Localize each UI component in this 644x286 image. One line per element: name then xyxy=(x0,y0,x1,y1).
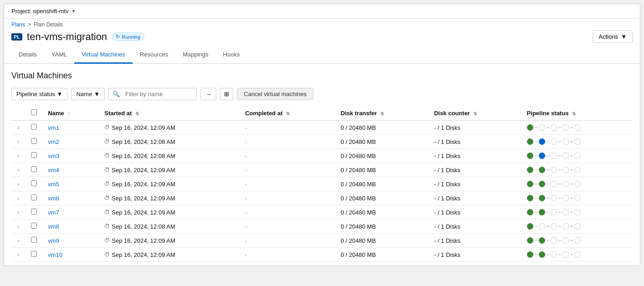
vm-name[interactable]: vm3 xyxy=(48,153,59,159)
row-checkbox[interactable] xyxy=(31,251,37,257)
table-row: ›vm3⏱Sep 16, 2024, 12:08 AM-0 / 20480 MB… xyxy=(11,149,633,163)
vm-name[interactable]: vm5 xyxy=(48,181,59,188)
pipeline-dot xyxy=(562,251,569,258)
dot-connector xyxy=(547,184,549,184)
vm-name[interactable]: vm4 xyxy=(48,167,59,174)
row-checkbox[interactable] xyxy=(31,124,37,130)
tab-resources[interactable]: Resources xyxy=(133,46,175,64)
row-expand-button[interactable]: › xyxy=(17,251,20,258)
pipeline-dot xyxy=(527,209,533,215)
row-checkbox[interactable] xyxy=(31,180,37,186)
row-checkbox[interactable] xyxy=(31,223,37,229)
completed-at-sort-icon: ⇅ xyxy=(286,111,290,116)
breadcrumb-plans-link[interactable]: Plans xyxy=(11,21,25,28)
dot-connector xyxy=(558,184,561,184)
pipeline-status-cell xyxy=(527,237,627,244)
vm-name[interactable]: vm2 xyxy=(48,138,59,145)
project-bar: Project: openshift-mtv ▼ xyxy=(4,4,640,19)
col-disk-transfer-header[interactable]: Disk transfer ⇅ xyxy=(335,106,429,121)
row-expand-button[interactable]: › xyxy=(17,138,20,145)
dot-connector xyxy=(535,127,537,128)
dot-connector xyxy=(570,184,573,184)
dot-connector xyxy=(535,141,537,142)
pipeline-status-filter[interactable]: Pipeline status ▼ xyxy=(11,88,67,100)
col-disk-counter-header[interactable]: Disk counter ⇅ xyxy=(429,106,521,121)
pipeline-dot xyxy=(562,167,569,173)
col-completed-at-header[interactable]: Completed at ⇅ xyxy=(240,106,335,121)
row-checkbox[interactable] xyxy=(31,152,37,158)
pipeline-dot xyxy=(551,209,557,215)
search-input[interactable] xyxy=(123,88,196,100)
started-at-cell: ⏱Sep 16, 2024, 12:09 AM xyxy=(104,251,234,258)
tab-mappings[interactable]: Mappings xyxy=(175,46,215,64)
row-checkbox[interactable] xyxy=(31,194,37,200)
col-name-header[interactable]: Name ↑ xyxy=(42,106,99,121)
row-checkbox[interactable] xyxy=(31,166,37,172)
row-expand-button[interactable]: › xyxy=(17,223,20,230)
started-at-cell: ⏱Sep 16, 2024, 12:09 AM xyxy=(104,181,234,188)
select-all-checkbox[interactable] xyxy=(31,109,37,115)
table-row: ›vm10⏱Sep 16, 2024, 12:09 AM-0 / 20480 M… xyxy=(11,248,633,262)
pipeline-dot xyxy=(562,209,569,215)
pipeline-dot xyxy=(551,167,557,173)
vm-name[interactable]: vm10 xyxy=(48,251,62,258)
pipeline-status-label: Pipeline status xyxy=(16,91,55,97)
row-expand-button[interactable]: › xyxy=(17,237,20,244)
row-expand-button[interactable]: › xyxy=(17,153,20,159)
pipeline-status-sort-icon: ⇅ xyxy=(572,111,576,116)
pipeline-dot xyxy=(574,251,581,258)
vm-name[interactable]: vm6 xyxy=(48,195,59,202)
dot-connector xyxy=(570,254,573,255)
disk-counter-cell: - / 1 Disks xyxy=(434,138,460,145)
tab-yaml[interactable]: YAML xyxy=(44,46,74,64)
status-label: Running xyxy=(122,34,140,40)
name-filter-caret-icon: ▼ xyxy=(94,91,100,97)
row-expand-button[interactable]: › xyxy=(17,181,20,188)
row-expand-button[interactable]: › xyxy=(17,167,20,174)
row-expand-button[interactable]: › xyxy=(17,124,20,131)
vm-name[interactable]: vm1 xyxy=(48,124,59,131)
pipeline-dot xyxy=(551,237,557,244)
pipeline-dot xyxy=(574,223,581,230)
search-wrap: 🔍 xyxy=(108,88,197,100)
clock-icon: ⏱ xyxy=(104,195,110,201)
grid-view-button[interactable]: ⊞ xyxy=(220,88,233,100)
col-pipeline-status-header[interactable]: Pipeline status ⇅ xyxy=(521,106,633,121)
dot-connector xyxy=(558,155,561,156)
completed-at-cell: - xyxy=(245,251,247,258)
row-checkbox[interactable] xyxy=(31,138,37,144)
pipeline-status-cell xyxy=(527,251,627,258)
disk-transfer-cell: 0 / 20480 MB xyxy=(341,209,376,216)
tab-virtual-machines[interactable]: Virtual Machines xyxy=(74,46,133,64)
clock-icon: ⏱ xyxy=(104,181,110,187)
vm-name[interactable]: vm8 xyxy=(48,223,59,230)
actions-button[interactable]: Actions ▼ xyxy=(593,31,633,43)
project-caret-icon[interactable]: ▼ xyxy=(72,9,76,14)
pipeline-dot xyxy=(574,195,581,201)
row-checkbox[interactable] xyxy=(31,237,37,243)
search-submit-button[interactable]: → xyxy=(200,88,216,100)
dot-connector xyxy=(547,254,549,255)
disk-counter-cell: - / 1 Disks xyxy=(434,167,460,174)
row-expand-button[interactable]: › xyxy=(17,209,20,216)
name-filter[interactable]: Name ▼ xyxy=(71,88,105,100)
disk-counter-cell: - / 1 Disks xyxy=(434,251,460,258)
cancel-vms-button[interactable]: Cancel virtual machines xyxy=(237,88,313,100)
tab-details[interactable]: Details xyxy=(11,46,44,64)
dot-connector xyxy=(558,240,561,241)
vm-name[interactable]: vm7 xyxy=(48,209,59,216)
col-started-at-header[interactable]: Started at ⇅ xyxy=(99,106,240,121)
pipeline-dot xyxy=(539,195,545,201)
row-checkbox[interactable] xyxy=(31,209,37,214)
row-expand-button[interactable]: › xyxy=(17,195,20,202)
section-title: Virtual Machines xyxy=(11,71,633,81)
table-row: ›vm8⏱Sep 16, 2024, 12:08 AM-0 / 20480 MB… xyxy=(11,220,633,234)
vm-name[interactable]: vm9 xyxy=(48,237,59,244)
pipeline-dot xyxy=(562,181,569,187)
pipeline-dot xyxy=(562,195,569,201)
clock-icon: ⏱ xyxy=(104,237,110,244)
started-at-cell: ⏱Sep 16, 2024, 12:08 AM xyxy=(104,153,234,159)
pipeline-dot xyxy=(527,237,533,244)
tab-hooks[interactable]: Hooks xyxy=(216,46,247,64)
completed-at-cell: - xyxy=(245,209,247,216)
